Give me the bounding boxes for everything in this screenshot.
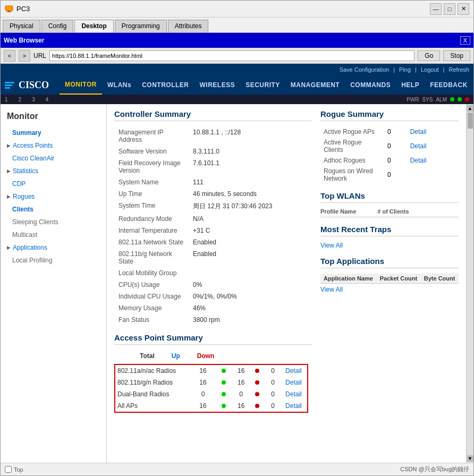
sys-label: SYS: [422, 97, 433, 103]
table-row: Software Version8.3.111.0: [114, 146, 312, 157]
alm-label: ALM: [436, 97, 447, 103]
table-row: Fan Status3800 rpm: [114, 314, 312, 326]
detail-link-all[interactable]: Detail: [285, 402, 302, 410]
nav-security[interactable]: SECURITY: [240, 75, 285, 95]
top-checkbox-container: Top: [5, 466, 23, 473]
nav-controller[interactable]: CONTROLLER: [137, 75, 194, 95]
down-dot: [255, 392, 259, 396]
sidebar-item-cdp[interactable]: CDP: [1, 177, 106, 190]
detail-link-dual[interactable]: Detail: [285, 390, 302, 398]
minimize-button[interactable]: —: [430, 3, 442, 15]
adhoc-detail-link[interactable]: Detail: [410, 157, 427, 164]
refresh-link[interactable]: Refresh: [448, 66, 469, 73]
tab-programming[interactable]: Programming: [115, 20, 167, 32]
window-title: PC3: [16, 5, 30, 13]
forward-button[interactable]: >: [19, 50, 30, 62]
top-apps-table: Application Name Packet Count Byte Count: [320, 274, 459, 284]
nav-feedback[interactable]: FEEDBACK: [425, 75, 473, 95]
svg-rect-2: [6, 12, 12, 12]
ap-table-wrapper: 802.11a/n/ac Radios 16 16 0 Detail: [114, 364, 308, 413]
content-area: Controller Summary Management IP Address…: [107, 104, 466, 463]
nav-help[interactable]: HELP: [396, 75, 425, 95]
title-controls: — □ ✕: [430, 3, 469, 15]
ap-data-table: 802.11a/n/ac Radios 16 16 0 Detail: [115, 365, 307, 412]
cisco-logo-bars: [5, 82, 14, 89]
down-dot: [255, 404, 259, 408]
sidebar-item-applications[interactable]: Applications: [1, 241, 106, 254]
nav-monitor[interactable]: MONITOR: [60, 75, 102, 95]
col-right: Rogue Summary Active Rogue APs 0 Detail …: [320, 109, 459, 414]
controller-info-table: Management IP Address10.88.1.1 , ::/128 …: [114, 126, 312, 326]
col-left: Controller Summary Management IP Address…: [114, 109, 312, 414]
stop-button[interactable]: Stop: [443, 50, 470, 61]
byte-count-header: Byte Count: [421, 274, 459, 284]
scrollbar[interactable]: ▲ ▼: [466, 104, 473, 463]
sidebar-item-clients[interactable]: Clients: [1, 203, 106, 216]
rogue-table: Active Rogue APs 0 Detail Active Rogue C…: [320, 126, 459, 184]
tab-physical[interactable]: Physical: [3, 20, 40, 32]
tab-config[interactable]: Config: [41, 20, 74, 32]
sidebar-item-local-profiling: Local Profiling: [1, 254, 106, 267]
back-button[interactable]: <: [4, 50, 15, 62]
rogue-clients-detail-link[interactable]: Detail: [410, 142, 427, 150]
detail-link-11a[interactable]: Detail: [285, 367, 302, 375]
table-row: 802.11a/n/ac Radios 16 16 0 Detail: [115, 365, 307, 377]
ap-summary-title: Access Point Summary: [114, 333, 312, 345]
scroll-thumb[interactable]: [468, 113, 473, 129]
save-config-link[interactable]: Save Configuration: [340, 66, 390, 73]
browser-title: Web Browser: [4, 37, 44, 44]
rogue-summary-title: Rogue Summary: [320, 109, 459, 121]
top-checkbox[interactable]: [5, 466, 12, 473]
app-name-header: Application Name: [320, 274, 377, 284]
tab-desktop[interactable]: Desktop: [74, 20, 113, 32]
app-table-header: Application Name Packet Count Byte Count: [320, 274, 459, 284]
ap-summary-table: Total Up Down: [114, 350, 240, 362]
sidebar: Monitor Summary Access Points Cisco Clea…: [1, 104, 107, 463]
maximize-button[interactable]: □: [444, 3, 455, 15]
nav-management[interactable]: MANAGEMENT: [285, 75, 345, 95]
pwr-label: PWR: [407, 97, 419, 103]
controller-summary-title: Controller Summary: [114, 109, 312, 121]
logout-link[interactable]: Logout: [421, 66, 439, 73]
down-dot: [255, 380, 259, 385]
rogue-detail-link[interactable]: Detail: [410, 128, 427, 135]
table-row: Active Rogue APs 0 Detail: [320, 126, 459, 137]
scroll-down[interactable]: ▼: [467, 455, 473, 462]
up-dot: [222, 404, 226, 408]
sidebar-item-cleanair[interactable]: Cisco CleanAir: [1, 152, 106, 165]
ap-summary-section: Access Point Summary Total Up Down: [114, 333, 312, 414]
nav-wireless[interactable]: WIRELESS: [194, 75, 240, 95]
top-apps-title: Top Applications: [320, 257, 459, 268]
pwr-dot: [450, 97, 454, 101]
sidebar-item-statistics[interactable]: Statistics: [1, 165, 106, 177]
nav-wlans[interactable]: WLANs: [102, 75, 137, 95]
top-wlans-title: Top WLANs: [320, 191, 459, 203]
table-row: Individual CPU Usage0%/1%, 0%/0%: [114, 291, 312, 302]
top-label: Top: [14, 466, 23, 473]
go-button[interactable]: Go: [418, 50, 440, 61]
url-label: URL: [33, 52, 46, 60]
close-button[interactable]: ✕: [458, 3, 469, 15]
url-input[interactable]: [49, 50, 414, 61]
tabs-bar: Physical Config Desktop Programming Attr…: [1, 18, 473, 33]
detail-link-11b[interactable]: Detail: [285, 379, 302, 386]
sidebar-item-summary[interactable]: Summary: [1, 126, 106, 139]
sidebar-item-access-points[interactable]: Access Points: [1, 139, 106, 152]
view-all-apps-link[interactable]: View All: [320, 286, 459, 293]
table-row: Adhoc Rogues 0 Detail: [320, 155, 459, 166]
up-dot: [222, 392, 226, 396]
sidebar-item-rogues[interactable]: Rogues: [1, 190, 106, 203]
scroll-track[interactable]: [468, 112, 473, 455]
scroll-up[interactable]: ▲: [467, 105, 473, 112]
tab-attributes[interactable]: Attributes: [168, 20, 209, 32]
table-row: CPU(s) Usage0%: [114, 279, 312, 291]
nav-commands[interactable]: COMMANDS: [345, 75, 396, 95]
view-all-traps-link[interactable]: View All: [320, 242, 343, 249]
cisco-logo: CISCO: [5, 80, 49, 91]
cisco-status-bar: 1 2 3 4 PWR SYS ALM: [1, 95, 473, 104]
cisco-header: Save Configuration | Ping | Logout | Ref…: [1, 64, 473, 104]
cisco-topbar: Save Configuration | Ping | Logout | Ref…: [1, 64, 473, 75]
browser-close-button[interactable]: X: [460, 36, 470, 45]
ping-link[interactable]: Ping: [399, 66, 411, 73]
svg-rect-0: [5, 6, 13, 11]
